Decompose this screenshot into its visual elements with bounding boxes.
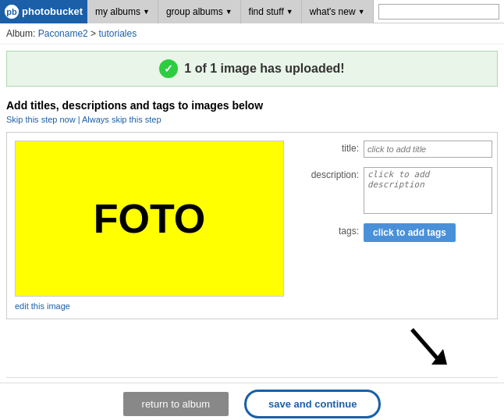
add-section-heading: Add titles, descriptions and tags to ima… — [6, 99, 498, 112]
description-label: description: — [296, 167, 359, 180]
search-area — [374, 4, 504, 20]
header: pb photobucket my albums ▼ group albums … — [0, 0, 504, 23]
nav-whats-new[interactable]: what's new ▼ — [302, 0, 374, 23]
nav-group-albums[interactable]: group albums ▼ — [158, 0, 241, 23]
save-and-continue-button[interactable]: save and continue — [244, 390, 381, 418]
breadcrumb-album[interactable]: tutoriales — [98, 28, 137, 39]
description-input[interactable] — [364, 167, 492, 214]
whats-new-arrow-icon: ▼ — [358, 8, 365, 16]
footer-buttons: return to album save and continue — [0, 383, 504, 420]
photo-label: FOTO — [94, 195, 205, 242]
edit-image-link[interactable]: edit this image — [15, 301, 284, 311]
add-section: Add titles, descriptions and tags to ima… — [0, 93, 504, 126]
title-label: title: — [296, 141, 359, 154]
photo-box: FOTO — [15, 141, 284, 297]
logo[interactable]: pb photobucket — [0, 0, 87, 23]
success-banner: ✓ 1 of 1 image has uploaded! — [6, 51, 498, 87]
my-albums-arrow-icon: ▼ — [143, 8, 150, 16]
return-to-album-button[interactable]: return to album — [123, 392, 229, 416]
arrow-icon — [389, 326, 451, 372]
nav-my-albums[interactable]: my albums ▼ — [87, 0, 158, 23]
image-preview: FOTO edit this image — [15, 141, 284, 311]
logo-icon: pb — [5, 5, 19, 19]
breadcrumb: Album: Paconame2 > tutoriales — [0, 23, 504, 44]
nav-find-stuff[interactable]: find stuff ▼ — [241, 0, 302, 23]
svg-text:pb: pb — [6, 7, 17, 16]
main-content: FOTO edit this image title: description:… — [6, 132, 498, 319]
breadcrumb-label: Album: — [6, 28, 35, 39]
title-input[interactable] — [364, 141, 492, 158]
divider — [6, 377, 498, 378]
find-stuff-arrow-icon: ▼ — [286, 8, 293, 16]
description-row: description: — [296, 167, 492, 214]
tags-label: tags: — [296, 223, 359, 237]
skip-links: Skip this step now | Always skip this st… — [6, 115, 498, 124]
title-row: title: — [296, 141, 492, 158]
svg-line-2 — [412, 329, 439, 361]
checkmark-icon: ✓ — [159, 59, 178, 78]
arrow-area — [6, 326, 498, 372]
add-tags-button[interactable]: click to add tags — [364, 223, 456, 242]
skip-now-link[interactable]: Skip this step now — [6, 115, 76, 124]
fields-panel: title: description: tags: click to add t… — [296, 141, 492, 311]
breadcrumb-separator: > — [91, 28, 96, 39]
always-skip-link[interactable]: Always skip this step — [82, 115, 161, 124]
group-albums-arrow-icon: ▼ — [225, 8, 232, 16]
tags-row: tags: click to add tags — [296, 223, 492, 242]
success-text: 1 of 1 image has uploaded! — [184, 62, 344, 76]
search-input[interactable] — [378, 4, 499, 20]
breadcrumb-user[interactable]: Paconame2 — [38, 28, 88, 39]
logo-text: photobucket — [22, 5, 83, 17]
